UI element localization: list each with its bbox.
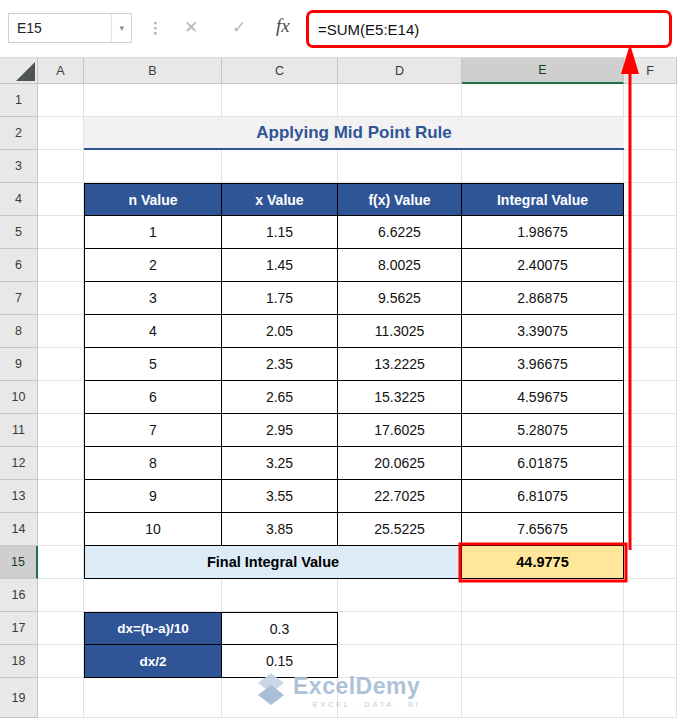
row-header-11[interactable]: 11 [0, 414, 38, 447]
cell-D7[interactable]: 9.5625 [338, 282, 462, 315]
cell-C11[interactable]: 2.95 [222, 414, 338, 447]
cell-F17[interactable] [624, 612, 677, 645]
cell-F6[interactable] [624, 249, 677, 282]
cell-B15[interactable]: Final Integral Value [84, 546, 462, 579]
row-header-5[interactable]: 5 [0, 216, 38, 249]
column-header-B[interactable]: B [84, 58, 222, 84]
formula-input[interactable]: =SUM(E5:E14) [318, 21, 419, 38]
cell-A9[interactable] [38, 348, 84, 381]
cell-C3[interactable] [222, 150, 338, 183]
cell-B13[interactable]: 9 [84, 480, 222, 513]
cell-A16[interactable] [38, 579, 84, 612]
cell-E7[interactable]: 2.86875 [462, 282, 624, 315]
cell-B12[interactable]: 8 [84, 447, 222, 480]
cell-D8[interactable]: 11.3025 [338, 315, 462, 348]
cell-B6[interactable]: 2 [84, 249, 222, 282]
cell-D19[interactable] [338, 678, 462, 718]
cell-F4[interactable] [624, 183, 677, 216]
cell-B17[interactable]: dx=(b-a)/10 [84, 612, 222, 645]
cell-B7[interactable]: 3 [84, 282, 222, 315]
column-header-C[interactable]: C [222, 58, 338, 84]
cell-A17[interactable] [38, 612, 84, 645]
cell-C1[interactable] [222, 84, 338, 117]
cell-C7[interactable]: 1.75 [222, 282, 338, 315]
cell-B18[interactable]: dx/2 [84, 645, 222, 678]
cell-C13[interactable]: 3.55 [222, 480, 338, 513]
cell-A1[interactable] [38, 84, 84, 117]
cell-A12[interactable] [38, 447, 84, 480]
select-all-button[interactable] [0, 58, 38, 84]
row-header-3[interactable]: 3 [0, 150, 38, 183]
name-box[interactable]: E15 ▾ [8, 13, 132, 43]
cell-B8[interactable]: 4 [84, 315, 222, 348]
cell-E12[interactable]: 6.01875 [462, 447, 624, 480]
cell-C9[interactable]: 2.35 [222, 348, 338, 381]
column-header-A[interactable]: A [38, 58, 84, 84]
cell-D13[interactable]: 22.7025 [338, 480, 462, 513]
cell-D9[interactable]: 13.2225 [338, 348, 462, 381]
cell-F5[interactable] [624, 216, 677, 249]
cell-E15[interactable]: 44.9775 [462, 546, 624, 579]
cell-C18[interactable]: 0.15 [222, 645, 338, 678]
cell-E3[interactable] [462, 150, 624, 183]
cell-A5[interactable] [38, 216, 84, 249]
cell-A10[interactable] [38, 381, 84, 414]
row-header-6[interactable]: 6 [0, 249, 38, 282]
cell-C5[interactable]: 1.15 [222, 216, 338, 249]
row-header-8[interactable]: 8 [0, 315, 38, 348]
insert-function-fx-icon[interactable]: fx [276, 15, 290, 37]
cell-B19[interactable] [84, 678, 222, 718]
cell-E14[interactable]: 7.65675 [462, 513, 624, 546]
column-header-E[interactable]: E [462, 58, 624, 84]
cell-D1[interactable] [338, 84, 462, 117]
cell-A4[interactable] [38, 183, 84, 216]
cell-B16[interactable] [84, 579, 222, 612]
cell-F18[interactable] [624, 645, 677, 678]
cell-A11[interactable] [38, 414, 84, 447]
row-header-19[interactable]: 19 [0, 678, 38, 718]
cell-E1[interactable] [462, 84, 624, 117]
cell-D17[interactable] [338, 612, 462, 645]
cell-D16[interactable] [338, 579, 462, 612]
row-header-12[interactable]: 12 [0, 447, 38, 480]
column-header-F[interactable]: F [624, 58, 677, 84]
cell-E19[interactable] [462, 678, 624, 718]
cell-F16[interactable] [624, 579, 677, 612]
cell-E9[interactable]: 3.96675 [462, 348, 624, 381]
cell-C17[interactable]: 0.3 [222, 612, 338, 645]
cell-D10[interactable]: 15.3225 [338, 381, 462, 414]
cancel-icon[interactable]: ✕ [184, 17, 198, 38]
cell-B1[interactable] [84, 84, 222, 117]
column-header-D[interactable]: D [338, 58, 462, 84]
cell-B3[interactable] [84, 150, 222, 183]
cell-E13[interactable]: 6.81075 [462, 480, 624, 513]
cell-F14[interactable] [624, 513, 677, 546]
cell-F12[interactable] [624, 447, 677, 480]
cell-C10[interactable]: 2.65 [222, 381, 338, 414]
cell-D12[interactable]: 20.0625 [338, 447, 462, 480]
row-header-15[interactable]: 15 [0, 546, 38, 579]
cell-C19[interactable] [222, 678, 338, 718]
cell-D18[interactable] [338, 645, 462, 678]
cell-E18[interactable] [462, 645, 624, 678]
cell-C8[interactable]: 2.05 [222, 315, 338, 348]
cell-B10[interactable]: 6 [84, 381, 222, 414]
cell-E8[interactable]: 3.39075 [462, 315, 624, 348]
cell-A14[interactable] [38, 513, 84, 546]
row-header-13[interactable]: 13 [0, 480, 38, 513]
cell-C14[interactable]: 3.85 [222, 513, 338, 546]
cell-A15[interactable] [38, 546, 84, 579]
cell-A3[interactable] [38, 150, 84, 183]
cell-B11[interactable]: 7 [84, 414, 222, 447]
cell-F2[interactable] [624, 117, 677, 150]
cell-A2[interactable] [38, 117, 84, 150]
cell-F15[interactable] [624, 546, 677, 579]
cell-F1[interactable] [624, 84, 677, 117]
row-header-2[interactable]: 2 [0, 117, 38, 150]
cell-B14[interactable]: 10 [84, 513, 222, 546]
cell-A8[interactable] [38, 315, 84, 348]
cell-F10[interactable] [624, 381, 677, 414]
cell-F11[interactable] [624, 414, 677, 447]
cell-B5[interactable]: 1 [84, 216, 222, 249]
cell-F19[interactable] [624, 678, 677, 718]
